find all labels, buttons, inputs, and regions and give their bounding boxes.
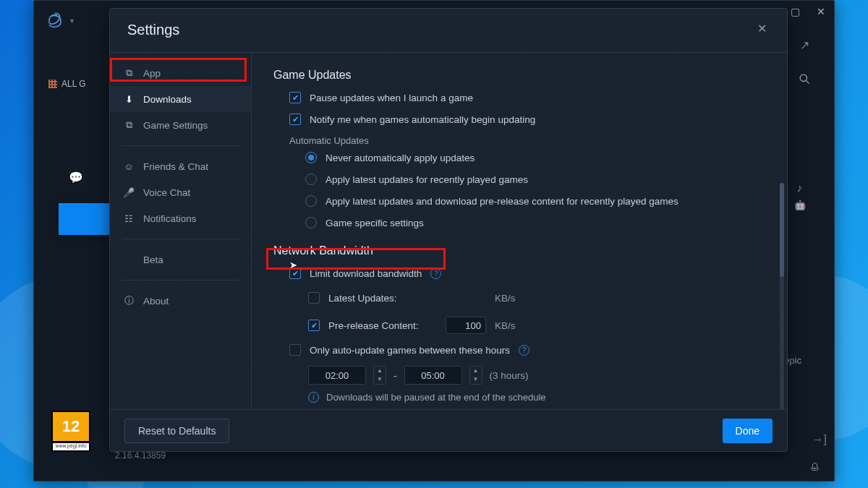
checkbox-row-prerelease-kb[interactable]: ✔ Pre-release Content: KB/s [308, 317, 765, 334]
info-icon: ⓘ [123, 294, 135, 307]
app-icon: ⧉ [123, 67, 135, 79]
prerelease-input[interactable] [446, 317, 486, 334]
checkbox-row-only-hours[interactable]: Only auto-update games between these hou… [289, 344, 765, 356]
notify-updates-label: Notify me when games automatically begin… [310, 114, 535, 125]
sidebar-separator [122, 239, 239, 239]
paused-note-text: Downloads will be paused at the end of t… [326, 392, 546, 403]
sidebar-item-app[interactable]: ⧉ App [110, 60, 251, 86]
chevron-down-icon: ▾ [70, 17, 74, 25]
bell-icon[interactable]: 🕭 [809, 461, 821, 474]
radio-row-prerelease-recent[interactable]: Apply latest updates and download pre-re… [305, 195, 765, 207]
app-logo[interactable]: ▾ [46, 11, 74, 30]
checkbox-checked-icon[interactable]: ✔ [289, 267, 301, 279]
hours-duration-label: (3 hours) [490, 370, 529, 381]
all-games-label: ALL G [61, 79, 86, 89]
sidebar-item-label: Notifications [143, 213, 197, 224]
battlenet-logo-icon [46, 11, 64, 30]
pegi-site: www.pegi.info [51, 442, 90, 452]
radio-row-game-specific[interactable]: Game specific settings [305, 217, 765, 228]
radio-label: Apply latest updates for recently played… [326, 174, 528, 185]
info-icon[interactable]: ? [430, 268, 441, 279]
sidebar-item-downloads[interactable]: ⬇ Downloads [110, 86, 251, 112]
checkbox-checked-icon[interactable]: ✔ [289, 114, 301, 125]
time-dash: - [393, 370, 397, 381]
version-label: 2.16.4.13859 [115, 450, 166, 461]
sidebar-item-beta[interactable]: Beta [110, 247, 251, 273]
sidebar-item-label: Friends & Chat [143, 161, 208, 172]
info-icon[interactable]: ? [519, 345, 529, 356]
mic-icon: 🎤 [123, 187, 135, 198]
radio-row-latest-recent[interactable]: Apply latest updates for recently played… [305, 174, 765, 185]
kbps-label: KB/s [495, 320, 516, 331]
sidebar-item-label: App [143, 68, 161, 79]
radio-unchecked-icon[interactable] [305, 195, 317, 207]
checkbox-row-limit-bandwidth[interactable]: ✔ Limit download bandwidth ? [289, 267, 765, 279]
radio-unchecked-icon[interactable] [305, 174, 317, 185]
time-to-input[interactable]: 05:00 [404, 366, 462, 385]
checkbox-checked-icon[interactable]: ✔ [308, 320, 320, 331]
limit-bandwidth-label: Limit download bandwidth [310, 268, 422, 279]
grid-icon [48, 80, 57, 88]
checkbox-unchecked-icon[interactable] [308, 292, 320, 304]
done-button[interactable]: Done [723, 419, 773, 443]
sidebar-item-notifications[interactable]: ☷ Notifications [110, 205, 251, 231]
radio-label: Game specific settings [326, 218, 424, 228]
settings-footer: Reset to Defaults Done [110, 409, 787, 451]
window-close-button[interactable]: ✕ [808, 1, 834, 22]
checkbox-unchecked-icon[interactable] [289, 344, 301, 356]
sidebar-item-label: Game Settings [143, 120, 208, 131]
time-range-row: 02:00 ▲▼ - 05:00 ▲▼ (3 hours) [308, 366, 765, 385]
checkbox-row-notify-updates[interactable]: ✔ Notify me when games automatically beg… [289, 114, 765, 125]
login-arrow-icon[interactable]: →] [812, 433, 827, 446]
time-from-stepper[interactable]: ▲▼ [373, 366, 386, 385]
settings-content: Game Updates ✔ Pause updates when I laun… [252, 53, 787, 409]
checkbox-row-pause-updates[interactable]: ✔ Pause updates when I launch a game [289, 92, 765, 103]
settings-icon: ⧉ [123, 119, 135, 131]
chat-bubble-icon[interactable]: 💬 [69, 171, 83, 184]
latest-updates-label: Latest Updates: [328, 293, 437, 304]
sidebar-item-label: Downloads [143, 94, 192, 105]
radio-unchecked-icon[interactable] [305, 217, 317, 228]
settings-sidebar: ⧉ App ⬇ Downloads ⧉ Game Settings ☺ Frie… [110, 53, 252, 409]
pegi-badge: 12 www.pegi.info [51, 411, 90, 452]
radio-row-never[interactable]: Never automatically apply updates [305, 152, 765, 163]
sidebar-item-label: About [143, 296, 169, 307]
sidebar-item-label: Beta [143, 254, 163, 265]
sidebar-item-friends-chat[interactable]: ☺ Friends & Chat [110, 153, 251, 179]
svg-line-1 [807, 81, 809, 84]
content-scrollbar[interactable] [780, 183, 784, 409]
pause-updates-label: Pause updates when I launch a game [310, 93, 473, 103]
pegi-rating: 12 [51, 411, 90, 442]
sidebar-item-voice-chat[interactable]: 🎤 Voice Chat [110, 179, 251, 205]
sidebar-separator [122, 280, 239, 281]
settings-header: Settings ✕ [110, 9, 787, 52]
all-games-nav[interactable]: ALL G [48, 73, 99, 95]
svg-point-0 [800, 74, 807, 81]
reset-defaults-button[interactable]: Reset to Defaults [124, 419, 229, 443]
auto-updates-heading: Automatic Updates [289, 135, 765, 146]
notifications-icon: ☷ [123, 213, 135, 224]
info-icon: i [308, 392, 319, 403]
sidebar-item-about[interactable]: ⓘ About [110, 288, 251, 314]
section-game-updates: Game Updates [273, 69, 765, 82]
time-to-stepper[interactable]: ▲▼ [469, 366, 482, 385]
paused-note-row: i Downloads will be paused at the end of… [308, 392, 765, 403]
settings-title: Settings [127, 22, 179, 52]
settings-body: ⧉ App ⬇ Downloads ⧉ Game Settings ☺ Frie… [110, 52, 787, 409]
checkbox-checked-icon[interactable]: ✔ [289, 92, 301, 103]
friends-icon: ☺ [123, 161, 135, 172]
search-icon[interactable] [799, 73, 811, 88]
sidebar-separator [122, 145, 239, 146]
settings-dialog: Settings ✕ ⧉ App ⬇ Downloads ⧉ Game Sett… [109, 8, 788, 452]
section-network-bandwidth: Network Bandwidth [273, 244, 765, 257]
radio-checked-icon[interactable] [305, 152, 317, 163]
time-from-input[interactable]: 02:00 [308, 366, 366, 385]
download-icon: ⬇ [123, 94, 135, 105]
checkbox-row-latest-updates-kb[interactable]: Latest Updates: KB/s [308, 289, 765, 307]
radio-label: Never automatically apply updates [326, 153, 475, 163]
app-window: — ▢ ✕ ▾ ↗ ALL G 💬 ♪ 🤖 an epic →] 🕭 12 ww… [33, 0, 835, 481]
popout-icon[interactable]: ↗ [800, 38, 809, 52]
sidebar-item-label: Voice Chat [143, 187, 190, 198]
sidebar-item-game-settings[interactable]: ⧉ Game Settings [110, 112, 251, 138]
settings-close-button[interactable]: ✕ [754, 22, 770, 38]
